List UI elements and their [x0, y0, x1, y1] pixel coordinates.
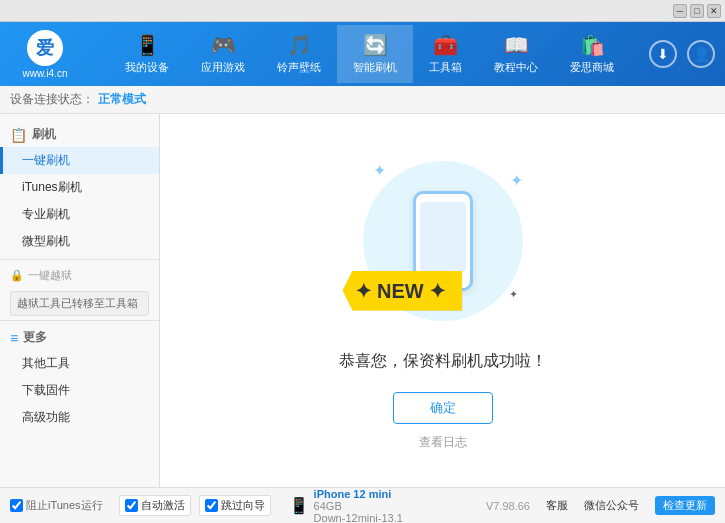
device-phone-icon: 📱 — [289, 496, 309, 515]
status-bar: 设备连接状态： 正常模式 — [0, 86, 725, 114]
auto-activate-checkbox[interactable]: 自动激活 — [119, 495, 191, 516]
sidebar-label-mini: 微型刷机 — [22, 234, 70, 248]
nav-item-1[interactable]: 🎮 应用游戏 — [185, 25, 261, 83]
device-details: iPhone 12 mini 64GB Down-12mini-13.1 — [314, 488, 403, 524]
stop-itunes-check[interactable]: 阻止iTunes运行 — [10, 498, 103, 513]
sidebar-item-pro[interactable]: 专业刷机 — [0, 201, 159, 228]
device-icon: 📱 — [135, 33, 160, 57]
sidebar-item-firmware[interactable]: 下载固件 — [0, 377, 159, 404]
success-illustration: ✦ NEW ✦ ✦ ✦ ✦ — [353, 151, 533, 331]
more-section-icon: ≡ — [10, 330, 18, 346]
bottom-right: V7.98.66 客服 微信公众号 检查更新 — [486, 496, 715, 515]
user-button[interactable]: 👤 — [687, 40, 715, 68]
nav-item-4[interactable]: 🧰 工具箱 — [413, 25, 478, 83]
download-button[interactable]: ⬇ — [649, 40, 677, 68]
nav-item-5[interactable]: 📖 教程中心 — [478, 25, 554, 83]
sidebar-label-onekey: 一键刷机 — [22, 153, 70, 167]
nav-label-2: 铃声壁纸 — [277, 60, 321, 75]
sparkle-bottom-right: ✦ — [509, 288, 518, 301]
maximize-button[interactable]: □ — [690, 4, 704, 18]
logo-url: www.i4.cn — [22, 68, 67, 79]
sidebar-jailbreak-header: 🔒 一键越狱 — [0, 264, 159, 287]
sidebar-item-other-tools[interactable]: 其他工具 — [0, 350, 159, 377]
sidebar-item-mini[interactable]: 微型刷机 — [0, 228, 159, 255]
title-bar: ─ □ ✕ — [0, 0, 725, 22]
view-log-link[interactable]: 查看日志 — [419, 434, 467, 451]
sidebar-item-onekey[interactable]: 一键刷机 — [0, 147, 159, 174]
bottom-left: 阻止iTunes运行 自动激活 跳过向导 📱 iPhone 12 mini 64… — [10, 488, 486, 524]
sidebar-section-flash: 📋 刷机 — [0, 122, 159, 147]
nav-label-0: 我的设备 — [125, 60, 169, 75]
support-link[interactable]: 客服 — [546, 498, 568, 513]
stop-itunes-label: 阻止iTunes运行 — [26, 498, 103, 513]
nav-label-4: 工具箱 — [429, 60, 462, 75]
sidebar-label-firmware: 下载固件 — [22, 383, 70, 397]
main-area: 📋 刷机 一键刷机 iTunes刷机 专业刷机 微型刷机 🔒 一键越狱 越狱工具… — [0, 114, 725, 487]
device-version: Down-12mini-13.1 — [314, 512, 403, 524]
sidebar: 📋 刷机 一键刷机 iTunes刷机 专业刷机 微型刷机 🔒 一键越狱 越狱工具… — [0, 114, 160, 487]
wechat-link[interactable]: 微信公众号 — [584, 498, 639, 513]
flash-section-icon: 📋 — [10, 127, 27, 143]
games-icon: 🎮 — [211, 33, 236, 57]
flash-section-label: 刷机 — [32, 126, 56, 143]
nav-label-6: 爱思商城 — [570, 60, 614, 75]
nav-items: 📱 我的设备 🎮 应用游戏 🎵 铃声壁纸 🔄 智能刷机 🧰 工具箱 📖 教程中心… — [90, 25, 649, 83]
notice-text: 越狱工具已转移至工具箱 — [17, 297, 138, 309]
success-message: 恭喜您，保资料刷机成功啦！ — [339, 351, 547, 372]
nav-label-3: 智能刷机 — [353, 60, 397, 75]
sidebar-item-itunes[interactable]: iTunes刷机 — [0, 174, 159, 201]
bottom-bar: 阻止iTunes运行 自动激活 跳过向导 📱 iPhone 12 mini 64… — [0, 487, 725, 523]
sidebar-item-advanced[interactable]: 高级功能 — [0, 404, 159, 431]
nav-label-1: 应用游戏 — [201, 60, 245, 75]
nav-label-5: 教程中心 — [494, 60, 538, 75]
sidebar-label-pro: 专业刷机 — [22, 207, 70, 221]
minimize-button[interactable]: ─ — [673, 4, 687, 18]
skip-wizard-checkbox[interactable]: 跳过向导 — [199, 495, 271, 516]
more-section-label: 更多 — [23, 329, 47, 346]
device-storage: 64GB — [314, 500, 403, 512]
confirm-button[interactable]: 确定 — [393, 392, 493, 424]
jailbreak-label: 一键越狱 — [28, 268, 72, 283]
sidebar-notice: 越狱工具已转移至工具箱 — [10, 291, 149, 316]
version-number: V7.98.66 — [486, 500, 530, 512]
divider-1 — [0, 259, 159, 260]
nav-item-3[interactable]: 🔄 智能刷机 — [337, 25, 413, 83]
nav-right: ⬇ 👤 — [649, 40, 715, 68]
status-value: 正常模式 — [98, 91, 146, 108]
tutorial-icon: 📖 — [504, 33, 529, 57]
logo[interactable]: 爱 www.i4.cn — [10, 30, 80, 79]
skip-wizard-label: 跳过向导 — [221, 498, 265, 513]
flash-icon: 🔄 — [363, 33, 388, 57]
stop-itunes-checkbox[interactable] — [10, 499, 23, 512]
new-ribbon: ✦ NEW ✦ — [343, 271, 463, 311]
check-update-button[interactable]: 检查更新 — [655, 496, 715, 515]
lock-icon: 🔒 — [10, 269, 24, 282]
divider-2 — [0, 320, 159, 321]
close-button[interactable]: ✕ — [707, 4, 721, 18]
nav-item-2[interactable]: 🎵 铃声壁纸 — [261, 25, 337, 83]
sidebar-label-other: 其他工具 — [22, 356, 70, 370]
nav-item-0[interactable]: 📱 我的设备 — [109, 25, 185, 83]
status-label: 设备连接状态： — [10, 91, 94, 108]
toolbox-icon: 🧰 — [433, 33, 458, 57]
sidebar-label-itunes: iTunes刷机 — [22, 180, 82, 194]
sidebar-label-advanced: 高级功能 — [22, 410, 70, 424]
sidebar-section-more: ≡ 更多 — [0, 325, 159, 350]
nav-item-6[interactable]: 🛍️ 爱思商城 — [554, 25, 630, 83]
sparkle-top-right: ✦ — [510, 171, 523, 190]
content-area: ✦ NEW ✦ ✦ ✦ ✦ 恭喜您，保资料刷机成功啦！ 确定 查看日志 — [160, 114, 725, 487]
device-name: iPhone 12 mini — [314, 488, 403, 500]
phone-screen — [420, 202, 466, 272]
logo-icon: 爱 — [27, 30, 63, 66]
device-info: 📱 iPhone 12 mini 64GB Down-12mini-13.1 — [289, 488, 403, 524]
nav-bar: 爱 www.i4.cn 📱 我的设备 🎮 应用游戏 🎵 铃声壁纸 🔄 智能刷机 … — [0, 22, 725, 86]
shop-icon: 🛍️ — [580, 33, 605, 57]
sparkle-top-left: ✦ — [373, 161, 386, 180]
ringtone-icon: 🎵 — [287, 33, 312, 57]
auto-activate-label: 自动激活 — [141, 498, 185, 513]
